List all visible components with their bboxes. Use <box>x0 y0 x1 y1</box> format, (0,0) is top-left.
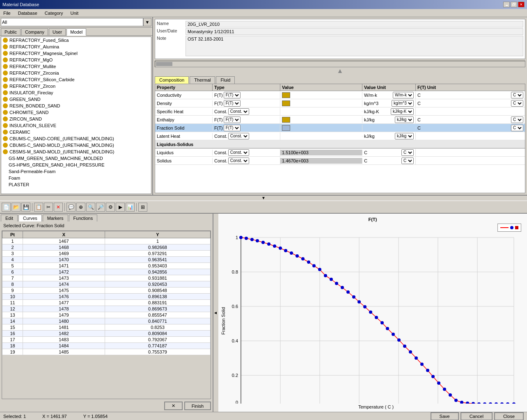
table-row[interactable]: 8 1474 0.920453 <box>2 281 211 288</box>
tool-chart[interactable]: 📊 <box>126 203 135 212</box>
unit-select-solidus[interactable]: C <box>401 158 414 164</box>
finish-btn[interactable]: Finish <box>184 402 211 410</box>
menu-category[interactable]: Category <box>43 10 65 16</box>
list-item[interactable]: GS-HPMS_GREEN_SAND_HIGH_PRESSURE <box>1 162 151 168</box>
tab-thermal[interactable]: Thermal <box>190 76 215 84</box>
table-row[interactable]: 10 1476 0.896138 <box>2 294 211 300</box>
unit-select-conductivity[interactable]: W/m-k <box>393 92 414 98</box>
minimize-btn[interactable]: 🗕 <box>503 2 510 7</box>
list-item[interactable]: INSULATION_SLEEVE <box>1 122 151 129</box>
curve-icon-enthalpy[interactable] <box>282 117 290 123</box>
ftunit-select-density[interactable]: C <box>511 100 523 107</box>
table-row[interactable]: 14 1480 0.840771 <box>2 318 211 324</box>
list-item[interactable]: Sand-Permeable-Foam <box>1 168 151 175</box>
tab-curves[interactable]: Curves <box>18 215 42 221</box>
type-select-latentheat[interactable]: Const. <box>228 133 249 139</box>
type-select-liquidus[interactable]: Const. <box>228 149 249 156</box>
type-select-solidus[interactable]: Const. <box>228 158 249 164</box>
tool-cut[interactable]: ✂ <box>44 203 53 212</box>
tab-company[interactable]: Company <box>21 28 48 35</box>
tab-markers[interactable]: Markers <box>43 215 68 221</box>
table-row[interactable]: 16 1482 0.809084 <box>2 331 211 337</box>
tool-zoomin[interactable]: 🔎 <box>96 203 105 212</box>
unit-select-latentheat[interactable]: kJ/kg <box>395 133 414 139</box>
table-row[interactable]: 18 1484 0.774187 <box>2 343 211 349</box>
list-item[interactable]: CBSMS-M_SAND-MOLD_(URETHANE_MOLDING) <box>1 148 151 155</box>
list-item[interactable]: Foam <box>1 175 151 181</box>
list-item[interactable]: ZIRCON_SAND <box>1 116 151 122</box>
close-btn[interactable]: ✕ <box>518 2 525 7</box>
table-row[interactable]: 13 1479 0.855547 <box>2 312 211 318</box>
list-item[interactable]: REFRACTORY_Alumina <box>1 43 151 50</box>
list-item[interactable]: RESIN_BONDED_SAND <box>1 103 151 109</box>
list-item[interactable]: REFRACTORY_Zircon <box>1 83 151 89</box>
tab-fluid[interactable]: Fluid <box>216 76 235 84</box>
unit-select-enthalpy[interactable]: kJ/kg <box>395 116 414 123</box>
table-row[interactable]: 5 1471 0.953403 <box>2 263 211 269</box>
tab-user[interactable]: User <box>49 28 66 35</box>
tool-new[interactable]: 📄 <box>2 203 11 212</box>
type-select-specificheat[interactable]: Const. <box>228 108 249 115</box>
curve-icon-density[interactable] <box>282 100 290 106</box>
list-item[interactable]: CERAMIC <box>1 129 151 135</box>
tab-functions[interactable]: Functions <box>69 215 98 221</box>
filter-input[interactable] <box>1 18 143 26</box>
curve-icon-fractionsolid[interactable] <box>282 125 290 131</box>
tool-save[interactable]: 💾 <box>21 203 30 212</box>
menu-file[interactable]: File <box>2 10 12 16</box>
expand-arrow[interactable]: ◄ <box>213 214 218 412</box>
list-item[interactable]: GS-MM_GREEN_SAND_MACHINE_MOLDED <box>1 155 151 162</box>
type-select-fractionsolid[interactable]: F(T) <box>224 125 241 131</box>
tool-open[interactable]: 📂 <box>11 203 21 212</box>
list-item[interactable]: CBUMS-C_SAND-MOLD_(URETHANE_MOLDING) <box>1 142 151 148</box>
tool-add[interactable]: ⊕ <box>76 203 85 212</box>
list-item[interactable]: INSULATOR_Fireclay <box>1 89 151 96</box>
table-row[interactable]: 9 1475 0.908548 <box>2 288 211 294</box>
cancel-curve-btn[interactable]: ✕ <box>164 402 183 410</box>
list-item[interactable]: REFRACTORY_Zirconia <box>1 70 151 76</box>
collapse-arrow[interactable]: ▼ <box>0 196 527 201</box>
tool-delete[interactable]: ✕ <box>54 203 63 212</box>
table-row[interactable]: 12 1478 0.869673 <box>2 306 211 312</box>
table-row[interactable]: 6 1472 0.942856 <box>2 269 211 275</box>
table-row[interactable]: 19 1485 0.755379 <box>2 349 211 355</box>
ftunit-select-enthalpy[interactable]: C <box>511 116 523 123</box>
list-item[interactable]: CBUMS-C_SAND-CORE_(URETHANE_MOLDING) <box>1 135 151 142</box>
table-row[interactable]: 4 1470 0.963541 <box>2 257 211 263</box>
table-row[interactable]: 17 1483 0.792067 <box>2 337 211 343</box>
menu-database[interactable]: Database <box>16 10 39 16</box>
tool-settings[interactable]: ⚙ <box>106 203 115 212</box>
ftunit-select-fractionsolid[interactable]: C <box>511 125 523 131</box>
list-item[interactable]: REFRACTORY_Fused_Silica <box>1 37 151 43</box>
tab-edit[interactable]: Edit <box>1 215 18 221</box>
tool-comment[interactable]: 💬 <box>66 203 76 212</box>
table-row[interactable]: 3 1469 0.973291 <box>2 251 211 257</box>
curve-icon-conductivity[interactable] <box>282 92 290 98</box>
menu-unit[interactable]: Unit <box>69 10 80 16</box>
tab-composition[interactable]: Composition <box>155 76 189 84</box>
list-item[interactable]: REFRACTORY_Mullite <box>1 63 151 70</box>
type-select-conductivity[interactable]: F(T) <box>224 92 241 98</box>
table-row[interactable]: 1 1467 1 <box>2 238 211 244</box>
close-button[interactable]: Close <box>494 412 524 420</box>
list-item[interactable]: CHROMITE_SAND <box>1 109 151 116</box>
unit-select-specificheat[interactable]: kJ/kg-K <box>391 108 414 115</box>
tool-search[interactable]: 🔍 <box>86 203 95 212</box>
tab-public[interactable]: Public <box>1 28 21 35</box>
table-row[interactable]: 2 1468 0.982668 <box>2 244 211 251</box>
unit-select-liquidus[interactable]: C <box>401 149 414 156</box>
ftunit-select-conductivity[interactable]: C <box>511 92 523 98</box>
list-item[interactable]: GREEN_SAND <box>1 96 151 103</box>
table-row[interactable]: 7 1473 0.931881 <box>2 275 211 281</box>
list-item[interactable]: REFRACTORY_Silicon_Carbide <box>1 76 151 83</box>
list-item[interactable]: PLASTER <box>1 181 151 188</box>
tab-model[interactable]: Model <box>66 28 86 36</box>
cancel-button[interactable]: Cancel <box>461 412 493 420</box>
type-select-density[interactable]: F(T) <box>224 100 241 107</box>
table-row[interactable]: 11 1477 0.883191 <box>2 300 211 306</box>
tool-copy[interactable]: 📋 <box>34 203 43 212</box>
restore-btn[interactable]: 🗗 <box>511 2 517 7</box>
filter-dropdown-btn[interactable]: ▼ <box>143 18 151 26</box>
list-item[interactable]: REFRACTORY_Magnesia_Spinel <box>1 50 151 57</box>
material-list[interactable]: REFRACTORY_Fused_Silica REFRACTORY_Alumi… <box>1 37 151 194</box>
